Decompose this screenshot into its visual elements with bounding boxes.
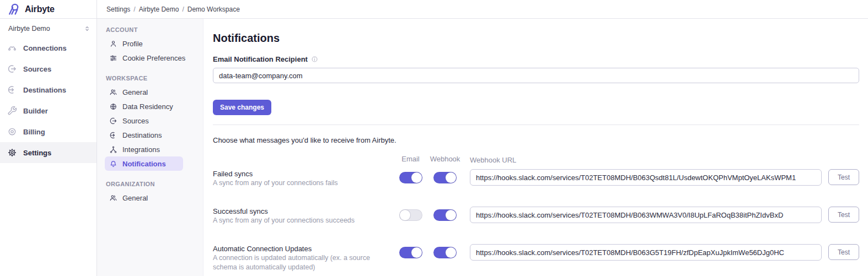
- breadcrumb-separator: /: [182, 6, 184, 13]
- bell-icon: [109, 160, 117, 168]
- airbyte-logo-icon: [7, 2, 21, 16]
- sidebar-item-connections[interactable]: Connections: [0, 37, 97, 58]
- brand-logo[interactable]: Airbyte: [0, 0, 97, 19]
- connections-icon: [7, 43, 17, 53]
- gear-icon: [7, 148, 17, 158]
- globe-icon: [109, 102, 117, 111]
- users-icon: [109, 194, 117, 202]
- sliders-icon: [109, 54, 117, 62]
- sidebar-item-billing[interactable]: Billing: [0, 121, 97, 142]
- webhook-url-input[interactable]: [470, 207, 822, 223]
- header-email: Email: [401, 155, 420, 163]
- workspace-selector[interactable]: Airbyte Demo: [0, 19, 97, 37]
- sidebar-item-label: Settings: [23, 149, 51, 157]
- breadcrumb-item-workspace[interactable]: Demo Workspace: [187, 6, 240, 13]
- settings-nav-item-label: Cookie Preferences: [122, 54, 185, 62]
- row-subtitle: A sync from any of your connections fail…: [213, 178, 389, 188]
- section-title: ACCOUNT: [106, 26, 183, 33]
- integrations-icon: [109, 145, 117, 154]
- section-title: WORKSPACE: [106, 75, 183, 82]
- settings-nav-item-org-general[interactable]: General: [105, 191, 183, 205]
- app-sidebar: Airbyte Airbyte Demo Connections Sources: [0, 0, 97, 276]
- webhook-url-input[interactable]: [470, 169, 822, 186]
- sidebar-item-label: Sources: [23, 65, 51, 73]
- workspace-selector-label: Airbyte Demo: [8, 25, 50, 33]
- destinations-icon: [109, 131, 117, 139]
- toggle-knob: [446, 247, 456, 258]
- sidebar-item-settings[interactable]: Settings: [0, 142, 97, 163]
- test-webhook-button[interactable]: Test: [828, 244, 859, 260]
- settings-nav-item-label: Integrations: [122, 145, 160, 154]
- settings-nav-item-label: General: [122, 194, 148, 202]
- toggle-knob: [400, 210, 410, 220]
- builder-icon: [7, 106, 17, 116]
- brand-name: Airbyte: [25, 4, 55, 14]
- notifications-table-header: Email Webhook Webhook URL: [213, 155, 859, 165]
- toggle-knob: [411, 247, 422, 258]
- row-title: Successful syncs: [213, 207, 389, 216]
- toggle-knob: [446, 210, 456, 220]
- users-icon: [109, 88, 117, 96]
- sidebar-item-builder[interactable]: Builder: [0, 100, 97, 121]
- sidebar-item-label: Destinations: [23, 86, 66, 94]
- email-recipient-label: Email Notification Recipient: [213, 55, 308, 63]
- sidebar-item-sources[interactable]: Sources: [0, 58, 97, 79]
- divider: [213, 125, 859, 125]
- settings-nav: ACCOUNT Profile Cookie Preferences WORKS…: [97, 19, 203, 276]
- settings-nav-item-general[interactable]: General: [105, 85, 183, 99]
- email-recipient-input[interactable]: [213, 68, 859, 83]
- page: Airbyte Airbyte Demo Connections Sources: [0, 0, 868, 276]
- settings-nav-section-account: ACCOUNT Profile Cookie Preferences: [105, 26, 183, 65]
- settings-nav-item-cookie-preferences[interactable]: Cookie Preferences: [105, 51, 183, 65]
- settings-nav-item-integrations[interactable]: Integrations: [105, 142, 183, 156]
- breadcrumb-separator: /: [133, 6, 135, 13]
- section-title: ORGANIZATION: [106, 181, 183, 187]
- notification-row-failed-syncs: Failed syncs A sync from any of your con…: [213, 169, 859, 188]
- settings-nav-item-destinations[interactable]: Destinations: [105, 128, 183, 142]
- settings-nav-item-label: Data Residency: [122, 102, 173, 111]
- notifications-description: Choose what messages you'd like to recei…: [213, 136, 859, 144]
- settings-nav-item-label: Destinations: [122, 131, 162, 139]
- sidebar-item-label: Connections: [23, 44, 67, 52]
- webhook-toggle[interactable]: [433, 172, 457, 183]
- sources-icon: [109, 117, 117, 125]
- row-title: Automatic Connection Updates: [213, 244, 389, 253]
- save-changes-button[interactable]: Save changes: [213, 100, 271, 115]
- sidebar-item-label: Billing: [23, 128, 45, 136]
- webhook-toggle[interactable]: [433, 209, 457, 221]
- breadcrumb: Settings / Airbyte Demo / Demo Workspace: [97, 0, 868, 19]
- notifications-panel: Notifications Email Notification Recipie…: [203, 19, 868, 276]
- sources-icon: [7, 64, 17, 74]
- row-subtitle: A sync from any of your connections succ…: [213, 216, 389, 225]
- webhook-toggle[interactable]: [433, 247, 457, 258]
- settings-nav-item-label: General: [122, 88, 148, 96]
- settings-nav-section-workspace: WORKSPACE General Data Residency: [105, 75, 183, 171]
- webhook-url-input[interactable]: [470, 244, 822, 261]
- notification-row-automatic-connection-updates: Automatic Connection Updates A connectio…: [213, 244, 859, 272]
- settings-nav-item-sources[interactable]: Sources: [105, 113, 183, 128]
- settings-nav-item-data-residency[interactable]: Data Residency: [105, 99, 183, 113]
- email-toggle[interactable]: [399, 172, 422, 183]
- test-webhook-button[interactable]: Test: [828, 207, 859, 223]
- settings-nav-item-label: Notifications: [122, 160, 166, 168]
- breadcrumb-item-organization[interactable]: Airbyte Demo: [139, 6, 179, 13]
- breadcrumb-item-settings[interactable]: Settings: [106, 6, 130, 13]
- test-webhook-button[interactable]: Test: [828, 169, 859, 185]
- settings-nav-item-profile[interactable]: Profile: [105, 36, 183, 51]
- toggle-knob: [446, 172, 456, 183]
- destinations-icon: [7, 85, 17, 95]
- email-toggle[interactable]: [399, 209, 422, 221]
- header-webhook: Webhook: [430, 155, 460, 163]
- settings-nav-item-label: Sources: [122, 117, 149, 125]
- settings-nav-item-notifications[interactable]: Notifications: [105, 156, 183, 171]
- sidebar-item-label: Builder: [23, 107, 48, 115]
- row-subtitle: A connection is updated automatically (e…: [213, 253, 389, 272]
- toggle-knob: [411, 172, 422, 183]
- email-toggle[interactable]: [399, 247, 422, 258]
- notification-row-successful-syncs: Successful syncs A sync from any of your…: [213, 207, 859, 225]
- info-icon: [311, 56, 318, 63]
- sidebar-item-destinations[interactable]: Destinations: [0, 79, 97, 100]
- settings-nav-item-label: Profile: [122, 40, 143, 48]
- chevron-up-down-icon: [83, 25, 91, 33]
- row-title: Failed syncs: [213, 169, 389, 178]
